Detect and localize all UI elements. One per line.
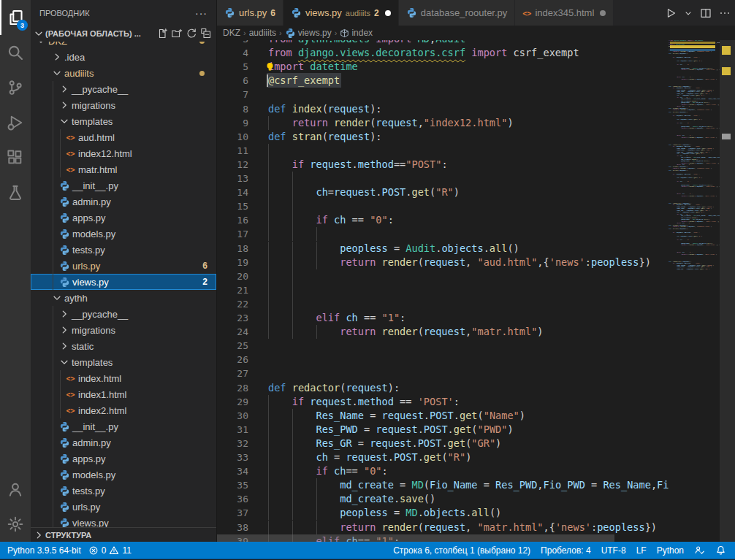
tree-item-label: static xyxy=(72,341,94,352)
notifications-bell-icon[interactable] xyxy=(715,545,726,556)
overview-ruler-mark xyxy=(722,134,731,139)
activity-item-source-control[interactable] xyxy=(0,70,31,105)
breadcrumb-item-dkz[interactable]: DKZ xyxy=(223,28,240,38)
tree-item-admin-py[interactable]: admin.py xyxy=(31,193,216,210)
tree-indent-guide xyxy=(53,499,53,515)
tree-item-audiiits[interactable]: audiiits xyxy=(31,65,216,81)
activity-item-search[interactable] xyxy=(0,35,31,70)
tree-item-index12-html[interactable]: <>index12.html xyxy=(31,145,216,161)
tab-views-py[interactable]: views.pyaudiiits2 xyxy=(283,0,399,26)
outline-section-header[interactable]: СТРУКТУРА xyxy=(31,527,216,542)
run-icon[interactable] xyxy=(665,7,677,19)
activity-item-extensions[interactable] xyxy=(0,140,31,175)
code-line: 33 ch = request.POST.get("R") xyxy=(217,450,669,464)
indentation-status[interactable]: Пробелов: 4 xyxy=(541,545,591,556)
tree-item-views-py[interactable]: views.py2 xyxy=(31,274,216,290)
code-line: 18 peopless = Audit.objects.all() xyxy=(217,242,669,256)
tree-item-aud-html[interactable]: <>aud.html xyxy=(31,129,216,145)
tree-indent-guide xyxy=(53,370,53,386)
problems-badge: 2 xyxy=(202,277,207,287)
python-file-icon xyxy=(58,437,71,448)
tree-item-urls-py[interactable]: urls.py6 xyxy=(31,258,216,274)
indent-guide xyxy=(292,297,293,311)
run-dropdown-icon[interactable] xyxy=(684,9,693,18)
feedback-icon[interactable] xyxy=(694,545,705,556)
line-number: 30 xyxy=(217,409,248,423)
code-text: def redactor(request): xyxy=(268,381,400,395)
tree-item-tests-py[interactable]: tests.py xyxy=(31,242,216,258)
tree-item-label: aud.html xyxy=(78,132,115,143)
selected-text: @csrf_exempt xyxy=(268,74,340,86)
activity-item-account[interactable] xyxy=(0,472,31,507)
tree-item-models-py[interactable]: models.py xyxy=(31,226,216,242)
activity-item-explorer[interactable]: 3 xyxy=(0,0,31,35)
indent-guide xyxy=(268,199,269,213)
tree-item-templates[interactable]: templates xyxy=(31,113,216,129)
tab-database-roouter-py[interactable]: database_roouter.py xyxy=(399,0,516,26)
tree-item-apps-py[interactable]: apps.py xyxy=(31,210,216,226)
html-file-icon: <> xyxy=(64,164,77,175)
tree-item-templates[interactable]: templates xyxy=(31,354,216,370)
source-control-icon xyxy=(7,79,24,96)
tab-index345-html[interactable]: <>index345.html xyxy=(515,0,614,26)
tree-item--init-py[interactable]: __init__.py xyxy=(31,418,216,434)
refresh-icon[interactable] xyxy=(184,26,199,41)
eol-status[interactable]: LF xyxy=(636,545,647,556)
line-number: 23 xyxy=(217,311,248,325)
activity-item-settings[interactable] xyxy=(0,507,31,542)
tree-item-label: DKZ xyxy=(48,42,67,47)
tree-item-apps-py[interactable]: apps.py xyxy=(31,450,216,467)
tree-item--pycache-[interactable]: __pycache__ xyxy=(31,81,216,97)
python-file-icon xyxy=(58,244,71,256)
modified-dot xyxy=(199,42,205,44)
tree-item-label: templates xyxy=(72,116,113,127)
workspace-section-header[interactable]: (РАБОЧАЯ ОБЛАСТЬ) ... xyxy=(31,26,216,42)
minimap[interactable]: from aythh.models import MD,Auditfrom dj… xyxy=(669,40,720,542)
new-file-icon[interactable] xyxy=(155,26,170,41)
cursor-position-status[interactable]: Строка 6, столбец 1 (выбрано 12) xyxy=(393,545,530,556)
problems-status[interactable]: 0 11 xyxy=(88,545,132,556)
tree-item-migrations[interactable]: migrations xyxy=(31,322,216,338)
new-folder-icon[interactable] xyxy=(170,26,184,41)
activity-item-testing[interactable] xyxy=(0,175,31,210)
tree-item-aythh[interactable]: aythh xyxy=(31,290,216,306)
tree-item-migrations[interactable]: migrations xyxy=(31,97,216,113)
tree-item-static[interactable]: static xyxy=(31,338,216,354)
tree-indent-guide xyxy=(53,354,53,370)
tree-item-index2-html[interactable]: <>index2.html xyxy=(31,402,216,418)
tree-item-urls-py[interactable]: urls.py xyxy=(31,499,216,515)
collapse-all-icon[interactable] xyxy=(199,26,213,41)
tree-item-label: models.py xyxy=(72,229,115,239)
tree-item-index-html[interactable]: <>index.html xyxy=(31,370,216,386)
code-editor[interactable]: 3from aythh.models import MD,Audit4from … xyxy=(217,40,735,542)
explorer-more-actions-icon[interactable]: ··· xyxy=(195,7,207,19)
breadcrumb-item-index[interactable]: index xyxy=(340,28,373,38)
tree-item-matr-html[interactable]: <>matr.html xyxy=(31,161,216,177)
tree-item-views-py[interactable]: views.py xyxy=(31,515,216,527)
breadcrumb-item-views-py[interactable]: views.py xyxy=(285,28,332,39)
tree-item-index1-html[interactable]: <>index1.html xyxy=(31,386,216,402)
code-line: 24 return render(request,"matr.html") xyxy=(217,325,669,339)
split-editor-icon[interactable] xyxy=(700,7,712,19)
code-text: ch=request.POST.get("R") xyxy=(268,185,460,199)
lightbulb-icon[interactable] xyxy=(265,62,275,72)
tree-item-admin-py[interactable]: admin.py xyxy=(31,434,216,450)
language-mode-status[interactable]: Python xyxy=(657,545,684,556)
more-actions-icon[interactable] xyxy=(719,7,731,19)
chevron-down-icon xyxy=(58,115,70,127)
horizontal-scrollbar[interactable] xyxy=(217,534,669,542)
encoding-status[interactable]: UTF-8 xyxy=(601,545,626,556)
tab-urls-py[interactable]: urls.py6 xyxy=(217,0,283,26)
tree-item-models-py[interactable]: models.py xyxy=(31,467,216,483)
activity-item-run-debug[interactable] xyxy=(0,105,31,140)
breadcrumb-item-audiiits[interactable]: audiiits xyxy=(249,28,276,38)
tree-item--pycache-[interactable]: __pycache__ xyxy=(31,306,216,322)
tree-item-dkz[interactable]: DKZ xyxy=(31,42,216,49)
breadcrumb-separator-icon: › xyxy=(243,28,246,37)
vertical-scrollbar[interactable] xyxy=(720,40,735,542)
python-interpreter-status[interactable]: Python 3.9.5 64-bit xyxy=(7,545,81,556)
tree-item--init-py[interactable]: __init__.py xyxy=(31,177,216,193)
code-text: return render(request, "aud.html",{'news… xyxy=(268,256,651,269)
tree-item-tests-py[interactable]: tests.py xyxy=(31,483,216,499)
tree-item--idea[interactable]: .idea xyxy=(31,49,216,65)
